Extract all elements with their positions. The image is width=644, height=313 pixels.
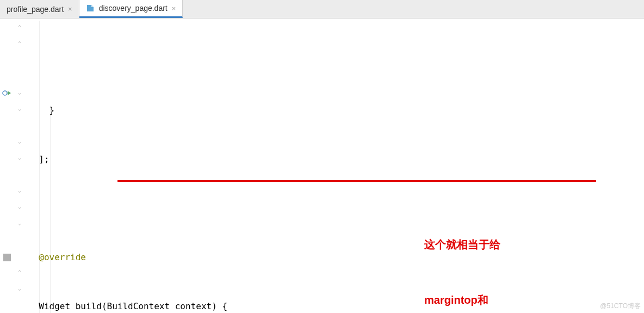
code-text: ]; <box>28 154 49 164</box>
code-method: build <box>76 301 102 311</box>
annotation-line: margintop和 <box>424 291 530 309</box>
tab-label: discovery_page.dart <box>99 4 168 13</box>
editor-tab-bar: profile_page.dart × discovery_page.dart … <box>0 0 644 19</box>
highlight-underline <box>117 180 596 182</box>
tab-label: profile_page.dart <box>7 5 64 14</box>
annotation-callout: 这个就相当于给 margintop和 marginbottom设置值 了 <box>424 198 530 313</box>
close-icon[interactable]: × <box>68 5 72 13</box>
fold-down-icon[interactable]: ⌄ <box>16 204 23 210</box>
fold-down-icon[interactable]: ⌄ <box>16 138 23 145</box>
fold-down-icon[interactable]: ⌄ <box>16 155 23 161</box>
annotation-line: 这个就相当于给 <box>424 235 530 254</box>
fold-down-icon[interactable]: ⌄ <box>16 220 23 226</box>
tab-profile-page[interactable]: profile_page.dart × <box>0 0 79 18</box>
code-annotation: @override <box>28 252 86 262</box>
fold-up-icon[interactable]: ⌃ <box>16 40 23 47</box>
code-editor[interactable]: ⌃ ⌃ ⌄ ⌄ ⌄ ⌄ ⌄ ⌄ ⌄ ⌃ ⌄ } ]; @override Wid… <box>0 19 644 313</box>
svg-point-0 <box>3 91 7 95</box>
code-text: Widget <box>28 301 76 311</box>
code-content[interactable]: } ]; @override Widget build(BuildContext… <box>25 19 644 313</box>
gutter-icons <box>0 19 15 313</box>
watermark: @51CTO博客 <box>600 302 641 311</box>
fold-up-icon[interactable]: ⌃ <box>16 269 23 275</box>
close-icon[interactable]: × <box>172 4 176 13</box>
fold-down-icon[interactable]: ⌄ <box>16 187 23 194</box>
code-text: (BuildContext context) { <box>102 301 227 311</box>
gutter-fold: ⌃ ⌃ ⌄ ⌄ ⌄ ⌄ ⌄ ⌄ ⌄ ⌃ ⌄ <box>15 19 25 313</box>
fold-up-icon[interactable]: ⌃ <box>16 24 23 30</box>
breakpoint-placeholder-icon[interactable] <box>3 254 11 261</box>
fold-down-icon[interactable]: ⌄ <box>16 89 23 96</box>
fold-down-icon[interactable]: ⌄ <box>16 285 23 292</box>
tab-discovery-page[interactable]: discovery_page.dart × <box>79 0 183 18</box>
run-gutter-icon[interactable] <box>2 88 12 98</box>
code-text: } <box>28 105 54 115</box>
fold-down-icon[interactable]: ⌄ <box>16 106 23 112</box>
dart-file-icon <box>86 4 95 13</box>
